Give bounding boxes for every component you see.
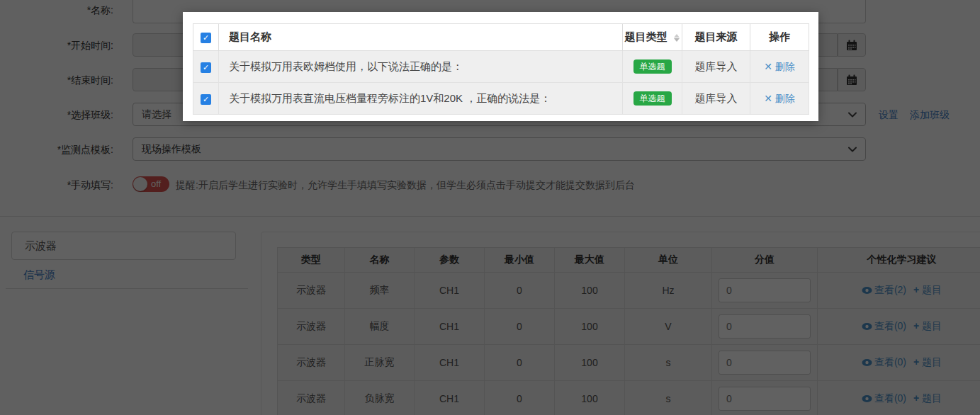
delete-question-link[interactable]: ✕删除	[764, 93, 795, 104]
question-name: 关于模拟万用表直流电压档量程旁标注的1V和20K ，正确的说法是：	[219, 83, 623, 115]
row-checkbox[interactable]: ✓	[201, 94, 211, 105]
sort-icon[interactable]	[673, 33, 680, 42]
col-header-question-source: 题目来源	[695, 30, 738, 42]
question-type-badge: 单选题	[633, 91, 672, 106]
x-icon: ✕	[764, 93, 772, 104]
row-checkbox[interactable]: ✓	[201, 62, 211, 73]
question-name: 关于模拟万用表欧姆档使用，以下说法正确的是：	[219, 51, 623, 83]
question-row: ✓ 关于模拟万用表欧姆档使用，以下说法正确的是： 单选题 题库导入 ✕删除	[193, 51, 809, 83]
question-table: ✓ 题目名称 题目类型 题目来源 操作 ✓ 关于模拟万用表欧姆档使用，以下说法正…	[193, 23, 809, 115]
question-type-badge: 单选题	[633, 59, 672, 74]
col-header-action: 操作	[769, 30, 790, 42]
question-row: ✓ 关于模拟万用表直流电压档量程旁标注的1V和20K ，正确的说法是： 单选题 …	[193, 83, 809, 115]
question-table-header-row: ✓ 题目名称 题目类型 题目来源 操作	[193, 24, 809, 51]
select-all-checkbox[interactable]: ✓	[201, 33, 211, 43]
delete-question-link[interactable]: ✕删除	[764, 61, 795, 72]
x-icon: ✕	[764, 61, 772, 72]
col-header-question-type: 题目类型	[625, 30, 668, 42]
col-header-question-name: 题目名称	[229, 30, 271, 42]
question-source: 题库导入	[682, 51, 750, 83]
question-select-modal: ✓ 题目名称 题目类型 题目来源 操作 ✓ 关于模拟万用表欧姆档使用，以下说法正…	[183, 12, 818, 121]
question-source: 题库导入	[682, 83, 750, 115]
